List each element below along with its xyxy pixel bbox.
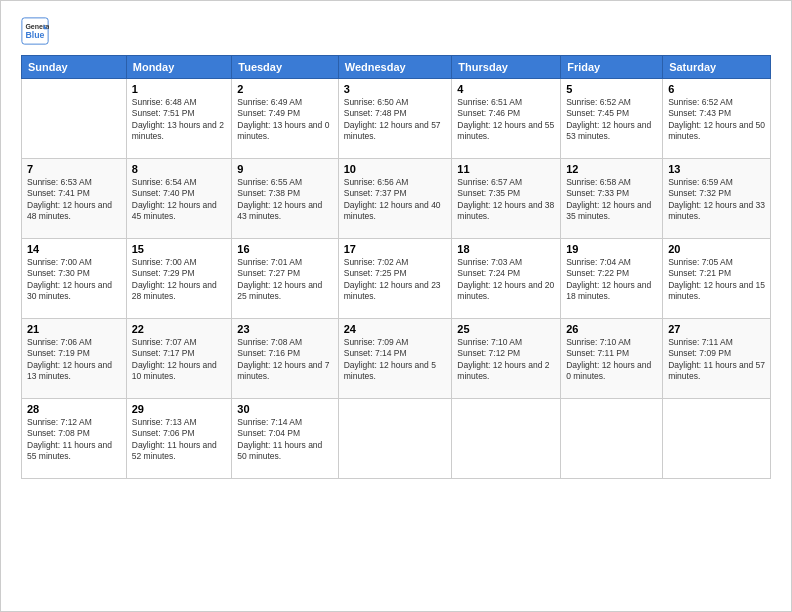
day-info: Sunrise: 7:00 AMSunset: 7:30 PMDaylight:…	[27, 257, 121, 303]
day-cell: 5Sunrise: 6:52 AMSunset: 7:45 PMDaylight…	[561, 79, 663, 159]
day-number: 30	[237, 403, 332, 415]
week-row-1: 1Sunrise: 6:48 AMSunset: 7:51 PMDaylight…	[22, 79, 771, 159]
week-row-3: 14Sunrise: 7:00 AMSunset: 7:30 PMDayligh…	[22, 239, 771, 319]
day-cell: 30Sunrise: 7:14 AMSunset: 7:04 PMDayligh…	[232, 399, 338, 479]
day-info: Sunrise: 7:12 AMSunset: 7:08 PMDaylight:…	[27, 417, 121, 463]
day-number: 11	[457, 163, 555, 175]
day-cell: 4Sunrise: 6:51 AMSunset: 7:46 PMDaylight…	[452, 79, 561, 159]
day-cell: 2Sunrise: 6:49 AMSunset: 7:49 PMDaylight…	[232, 79, 338, 159]
day-cell: 16Sunrise: 7:01 AMSunset: 7:27 PMDayligh…	[232, 239, 338, 319]
day-info: Sunrise: 7:10 AMSunset: 7:11 PMDaylight:…	[566, 337, 657, 383]
day-number: 3	[344, 83, 447, 95]
day-number: 29	[132, 403, 227, 415]
day-info: Sunrise: 7:04 AMSunset: 7:22 PMDaylight:…	[566, 257, 657, 303]
day-cell: 25Sunrise: 7:10 AMSunset: 7:12 PMDayligh…	[452, 319, 561, 399]
calendar-table: SundayMondayTuesdayWednesdayThursdayFrid…	[21, 55, 771, 479]
day-info: Sunrise: 6:49 AMSunset: 7:49 PMDaylight:…	[237, 97, 332, 143]
day-cell: 29Sunrise: 7:13 AMSunset: 7:06 PMDayligh…	[126, 399, 232, 479]
day-number: 20	[668, 243, 765, 255]
day-info: Sunrise: 6:51 AMSunset: 7:46 PMDaylight:…	[457, 97, 555, 143]
day-cell: 20Sunrise: 7:05 AMSunset: 7:21 PMDayligh…	[663, 239, 771, 319]
page-header: General Blue	[21, 17, 771, 45]
svg-text:Blue: Blue	[25, 30, 44, 40]
day-cell: 26Sunrise: 7:10 AMSunset: 7:11 PMDayligh…	[561, 319, 663, 399]
day-number: 17	[344, 243, 447, 255]
day-cell: 3Sunrise: 6:50 AMSunset: 7:48 PMDaylight…	[338, 79, 452, 159]
day-number: 5	[566, 83, 657, 95]
day-info: Sunrise: 7:13 AMSunset: 7:06 PMDaylight:…	[132, 417, 227, 463]
day-cell: 10Sunrise: 6:56 AMSunset: 7:37 PMDayligh…	[338, 159, 452, 239]
header-tuesday: Tuesday	[232, 56, 338, 79]
day-cell	[663, 399, 771, 479]
day-cell	[561, 399, 663, 479]
day-info: Sunrise: 7:00 AMSunset: 7:29 PMDaylight:…	[132, 257, 227, 303]
header-monday: Monday	[126, 56, 232, 79]
week-row-2: 7Sunrise: 6:53 AMSunset: 7:41 PMDaylight…	[22, 159, 771, 239]
header-saturday: Saturday	[663, 56, 771, 79]
header-friday: Friday	[561, 56, 663, 79]
day-number: 24	[344, 323, 447, 335]
day-number: 1	[132, 83, 227, 95]
day-cell: 14Sunrise: 7:00 AMSunset: 7:30 PMDayligh…	[22, 239, 127, 319]
day-number: 9	[237, 163, 332, 175]
day-number: 21	[27, 323, 121, 335]
day-number: 27	[668, 323, 765, 335]
day-info: Sunrise: 7:14 AMSunset: 7:04 PMDaylight:…	[237, 417, 332, 463]
day-number: 22	[132, 323, 227, 335]
day-cell: 19Sunrise: 7:04 AMSunset: 7:22 PMDayligh…	[561, 239, 663, 319]
day-info: Sunrise: 7:06 AMSunset: 7:19 PMDaylight:…	[27, 337, 121, 383]
day-info: Sunrise: 7:05 AMSunset: 7:21 PMDaylight:…	[668, 257, 765, 303]
day-info: Sunrise: 6:55 AMSunset: 7:38 PMDaylight:…	[237, 177, 332, 223]
header-row: SundayMondayTuesdayWednesdayThursdayFrid…	[22, 56, 771, 79]
day-number: 6	[668, 83, 765, 95]
day-cell: 24Sunrise: 7:09 AMSunset: 7:14 PMDayligh…	[338, 319, 452, 399]
week-row-5: 28Sunrise: 7:12 AMSunset: 7:08 PMDayligh…	[22, 399, 771, 479]
logo: General Blue	[21, 17, 49, 45]
day-info: Sunrise: 7:01 AMSunset: 7:27 PMDaylight:…	[237, 257, 332, 303]
day-info: Sunrise: 6:50 AMSunset: 7:48 PMDaylight:…	[344, 97, 447, 143]
day-cell	[452, 399, 561, 479]
day-number: 16	[237, 243, 332, 255]
day-cell: 17Sunrise: 7:02 AMSunset: 7:25 PMDayligh…	[338, 239, 452, 319]
day-cell: 23Sunrise: 7:08 AMSunset: 7:16 PMDayligh…	[232, 319, 338, 399]
day-cell	[338, 399, 452, 479]
logo-icon: General Blue	[21, 17, 49, 45]
header-thursday: Thursday	[452, 56, 561, 79]
day-cell: 8Sunrise: 6:54 AMSunset: 7:40 PMDaylight…	[126, 159, 232, 239]
day-cell: 11Sunrise: 6:57 AMSunset: 7:35 PMDayligh…	[452, 159, 561, 239]
day-number: 14	[27, 243, 121, 255]
calendar-page: General Blue SundayMondayTuesdayWednesda…	[0, 0, 792, 612]
day-info: Sunrise: 6:52 AMSunset: 7:43 PMDaylight:…	[668, 97, 765, 143]
day-cell: 13Sunrise: 6:59 AMSunset: 7:32 PMDayligh…	[663, 159, 771, 239]
day-cell	[22, 79, 127, 159]
day-number: 12	[566, 163, 657, 175]
day-number: 13	[668, 163, 765, 175]
day-info: Sunrise: 6:52 AMSunset: 7:45 PMDaylight:…	[566, 97, 657, 143]
day-info: Sunrise: 7:07 AMSunset: 7:17 PMDaylight:…	[132, 337, 227, 383]
day-number: 10	[344, 163, 447, 175]
week-row-4: 21Sunrise: 7:06 AMSunset: 7:19 PMDayligh…	[22, 319, 771, 399]
day-cell: 28Sunrise: 7:12 AMSunset: 7:08 PMDayligh…	[22, 399, 127, 479]
day-cell: 15Sunrise: 7:00 AMSunset: 7:29 PMDayligh…	[126, 239, 232, 319]
day-number: 26	[566, 323, 657, 335]
day-number: 25	[457, 323, 555, 335]
day-cell: 21Sunrise: 7:06 AMSunset: 7:19 PMDayligh…	[22, 319, 127, 399]
day-number: 15	[132, 243, 227, 255]
day-number: 2	[237, 83, 332, 95]
day-info: Sunrise: 6:56 AMSunset: 7:37 PMDaylight:…	[344, 177, 447, 223]
day-number: 18	[457, 243, 555, 255]
day-cell: 27Sunrise: 7:11 AMSunset: 7:09 PMDayligh…	[663, 319, 771, 399]
day-info: Sunrise: 7:10 AMSunset: 7:12 PMDaylight:…	[457, 337, 555, 383]
header-wednesday: Wednesday	[338, 56, 452, 79]
day-info: Sunrise: 6:48 AMSunset: 7:51 PMDaylight:…	[132, 97, 227, 143]
header-sunday: Sunday	[22, 56, 127, 79]
day-number: 7	[27, 163, 121, 175]
day-number: 19	[566, 243, 657, 255]
day-number: 4	[457, 83, 555, 95]
day-cell: 12Sunrise: 6:58 AMSunset: 7:33 PMDayligh…	[561, 159, 663, 239]
day-number: 28	[27, 403, 121, 415]
day-info: Sunrise: 7:02 AMSunset: 7:25 PMDaylight:…	[344, 257, 447, 303]
day-info: Sunrise: 7:03 AMSunset: 7:24 PMDaylight:…	[457, 257, 555, 303]
day-info: Sunrise: 6:59 AMSunset: 7:32 PMDaylight:…	[668, 177, 765, 223]
day-info: Sunrise: 6:53 AMSunset: 7:41 PMDaylight:…	[27, 177, 121, 223]
